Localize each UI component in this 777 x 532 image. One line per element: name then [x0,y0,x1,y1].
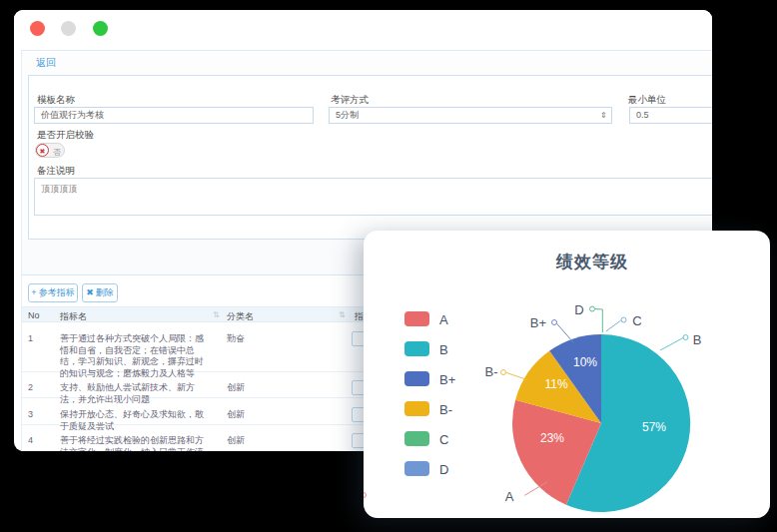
col-category[interactable]: 分类名 [227,310,254,323]
window-titlebar [14,10,712,47]
callout-label-C: C [632,313,641,328]
cell-no: 1 [28,333,33,345]
min-unit-input[interactable]: 0.5 [629,107,712,124]
legend-label: B+ [439,372,455,387]
cell-no: 2 [28,382,33,394]
legend-label: A [439,312,448,327]
toggle-x-icon: ✖ [36,144,49,157]
select-arrows-icon[interactable]: ⇕ [600,111,607,120]
col-no: No [28,310,40,320]
legend-label: B [439,342,448,357]
legend-swatch [404,431,429,446]
pct-label-A: 23% [540,431,564,445]
callout-label-B: B [693,332,702,347]
cell-indicator: 善于通过各种方式突破个人局限：感悟和自省，自我否定；在错误中总结，学习新知识、新… [60,333,210,379]
legend-label: B- [439,402,452,417]
callout-label-D: D [574,302,583,317]
performance-chart-card: 绩效等级 ABB+B-CD 57% 23% 11% 10% A B- B+ [364,231,770,518]
callout-line-D [595,309,602,333]
pct-label-B-minus: 11% [544,377,567,391]
validation-label: 是否开启校验 [37,129,94,142]
callout-marker-B [683,335,688,340]
callout-label-A: A [505,489,514,504]
toggle-state-label: 否 [53,147,61,158]
minimize-window-icon[interactable] [61,21,76,36]
cell-category: 勤奋 [227,333,245,345]
remark-textarea[interactable]: 顶顶顶顶 [34,178,712,216]
template-name-input[interactable]: 价值观行为考核 [34,107,314,124]
add-indicator-button[interactable]: +参考指标 [28,283,78,302]
sort-icon[interactable]: ⇅ [339,310,346,319]
callout-line-B [660,338,683,351]
cell-no: 4 [28,435,33,447]
callout-marker-C [621,317,626,322]
legend-swatch [404,371,429,386]
form-panel: 模板名称 价值观行为考核 考评方式 5分制 ⇕ 最小单位 0.5 是否开启校验 … [28,75,712,240]
callout-line-C [606,320,621,331]
chart-title: 绩效等级 [364,251,777,273]
delete-label: 删除 [96,287,114,297]
callout-line-B-plus [556,323,573,342]
callout-marker-B-minus [501,370,506,375]
plus-icon: + [31,287,36,297]
eval-method-select[interactable]: 5分制 [329,107,612,124]
legend-swatch [404,311,429,326]
close-window-icon[interactable] [30,21,45,36]
x-icon: ✖ [86,287,94,297]
validation-toggle[interactable]: ✖ 否 [35,143,65,158]
callout-line-B-minus [506,372,527,379]
callout-label-B-plus: B+ [530,315,546,330]
back-link[interactable]: 返回 [36,56,56,70]
delete-button[interactable]: ✖删除 [82,283,118,302]
add-indicator-label: 参考指标 [39,287,75,297]
remark-label: 备注说明 [37,165,75,178]
maximize-window-icon[interactable] [93,21,108,36]
pct-label-B-plus: 10% [573,355,597,369]
template-name-label: 模板名称 [37,94,75,107]
sort-icon[interactable]: ⇅ [213,310,220,319]
cell-no: 3 [28,409,33,421]
legend-swatch [404,341,429,356]
cell-category: 创新 [227,435,245,447]
min-unit-label: 最小单位 [628,94,666,107]
cell-indicator: 善于将经过实践检验的创新思路和方法文字化、制度化，纳入日常工作流程 [60,435,210,451]
callout-label-B-minus: B- [485,364,498,379]
legend-label: D [439,462,448,477]
screenshot-stage: 返回 模板名称 价值观行为考核 考评方式 5分制 ⇕ 最小单位 0.5 是否开启… [0,0,777,532]
legend-swatch [404,401,429,416]
callout-marker-A [364,493,367,498]
cell-indicator: 支持、鼓励他人尝试新技术、新方法，并允许出现小问题 [60,382,210,405]
legend-swatch [404,461,429,476]
cell-category: 创新 [227,409,245,421]
callout-marker-B-plus [552,320,557,325]
col-indicator[interactable]: 指标名 [60,310,87,323]
callout-marker-D [590,306,595,311]
eval-method-label: 考评方式 [331,94,369,107]
legend-label: C [439,432,448,447]
cell-category: 创新 [227,382,245,394]
pct-label-B: 57% [642,420,666,434]
